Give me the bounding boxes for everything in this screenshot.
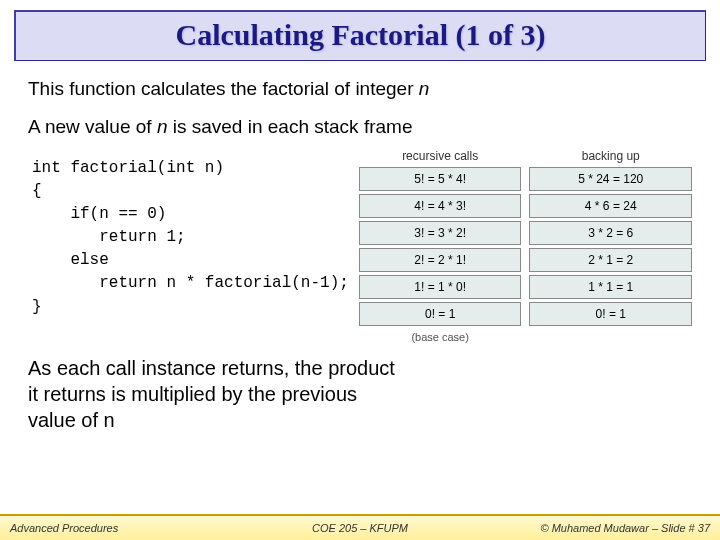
mid-row: int factorial(int n) { if(n == 0) return… [28,153,692,343]
copyright: © Muhamed Mudawar [540,522,648,534]
return-note: As each call instance returns, the produ… [28,355,398,433]
recursion-diagram: recursive calls 5! = 5 * 4! 4! = 4 * 3! … [359,149,692,343]
cell: 1 * 1 = 1 [529,275,692,299]
text: This function calculates the factorial o… [28,78,419,99]
cell: 4 * 6 = 24 [529,194,692,218]
cell: 5! = 5 * 4! [359,167,522,191]
cell: 4! = 4 * 3! [359,194,522,218]
slide-number: – Slide # 37 [649,522,710,534]
footer-right: © Muhamed Mudawar – Slide # 37 [540,522,710,534]
text: A new value of [28,116,157,137]
cell: 2 * 1 = 2 [529,248,692,272]
cell: 3 * 2 = 6 [529,221,692,245]
slide-title: Calculating Factorial (1 of 3) [16,18,705,52]
slide-body: This function calculates the factorial o… [0,61,720,433]
var-n: n [419,78,430,99]
cell: 0! = 1 [359,302,522,326]
var-n: n [104,409,115,431]
cell: 1! = 1 * 0! [359,275,522,299]
var-n: n [157,116,168,137]
text: is saved in each stack frame [167,116,412,137]
column-header: recursive calls [359,149,522,164]
cell: 2! = 2 * 1! [359,248,522,272]
column-header: backing up [529,149,692,164]
base-case-label: (base case) [359,331,522,343]
recursive-calls-column: recursive calls 5! = 5 * 4! 4! = 4 * 3! … [359,149,522,343]
footer: Advanced Procedures COE 205 – KFUPM © Mu… [0,514,720,540]
footer-left: Advanced Procedures [10,522,118,534]
backing-up-column: backing up 5 * 24 = 120 4 * 6 = 24 3 * 2… [529,149,692,343]
footer-center: COE 205 – KFUPM [312,522,408,534]
cell: 3! = 3 * 2! [359,221,522,245]
cell: 0! = 1 [529,302,692,326]
cell: 5 * 24 = 120 [529,167,692,191]
title-bar: Calculating Factorial (1 of 3) [14,10,706,61]
intro-line-1: This function calculates the factorial o… [28,77,692,101]
text: As each call instance returns, the produ… [28,357,395,431]
code-block: int factorial(int n) { if(n == 0) return… [28,153,349,319]
intro-line-2: A new value of n is saved in each stack … [28,115,692,139]
